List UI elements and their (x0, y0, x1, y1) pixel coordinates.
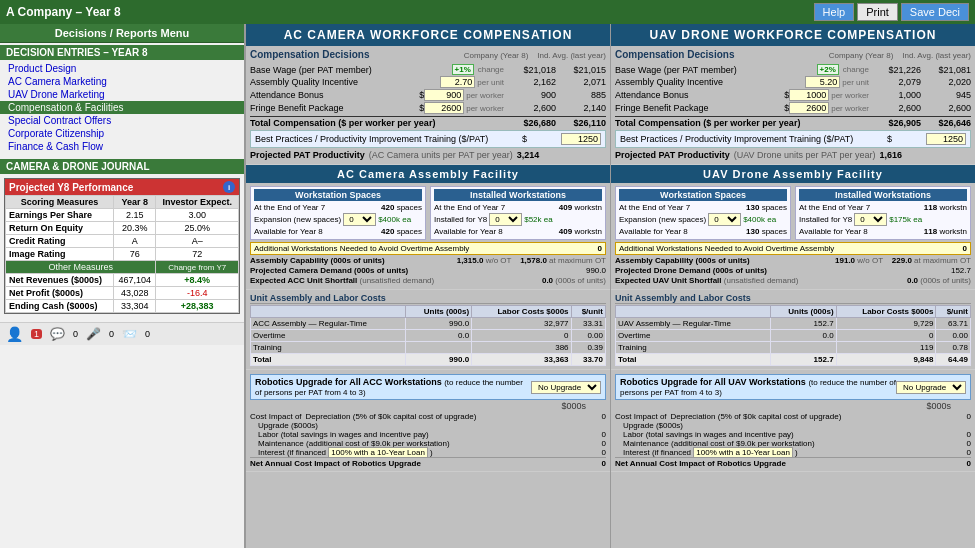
right-robotics-bar: Robotics Upgrade for All UAV Workstation… (615, 374, 971, 400)
right-cost-impact-row: Cost Impact of Depreciation (5% of $0k c… (615, 412, 971, 421)
right-ws-end-value: 130 spaces (746, 203, 787, 212)
right-maintenance-value: 0 (967, 439, 971, 448)
sidebar-item-uav-marketing[interactable]: UAV Drone Marketing (0, 88, 244, 101)
right-best-label: Best Practices / Productivity Improvemen… (620, 134, 853, 144)
right-base-wage-row: Base Wage (per PAT member) +2% change $2… (615, 64, 971, 75)
right-net-cost-row: Net Annual Cost Impact of Robotics Upgra… (615, 457, 971, 468)
left-base-wage-change-btn[interactable]: +1% (452, 64, 474, 75)
image-investor: 72 (156, 248, 239, 261)
right-attendance-input[interactable] (789, 89, 829, 101)
scoring-header: Scoring Measures (6, 196, 114, 209)
right-finance-select[interactable]: 100% with a 10-Year Loan (693, 447, 793, 458)
right-net-cost-value: 0 (967, 459, 971, 468)
left-attendance-ind: 885 (556, 90, 606, 100)
revenue-change: +8.4% (156, 274, 239, 287)
right-attendance-ind: 945 (921, 90, 971, 100)
left-panel-header: AC Camera Workforce Compensation (246, 24, 610, 46)
eps-year: 2.15 (113, 209, 156, 222)
right-cap-wot: 191.0 (835, 256, 855, 265)
left-reg-cost: 32,977 (472, 318, 571, 330)
chat-icon[interactable]: 📨 (122, 327, 137, 341)
right-attendance-label: Attendance Bonus (615, 90, 784, 100)
print-button[interactable]: Print (857, 3, 898, 21)
left-best-input[interactable] (561, 133, 601, 145)
left-avail-wkstn-value: 409 workstn (559, 227, 602, 236)
left-comp-section: Compensation Decisions Company (Year 8) … (246, 46, 610, 165)
left-ws-installed-title: Installed Workstations (434, 189, 602, 201)
right-labor-cost-header: Labor Costs $000s (836, 306, 936, 318)
sidebar-item-special-contracts[interactable]: Special Contract Offers (0, 114, 244, 127)
left-comp-cols: Company (Year 8) Ind. Avg. (last year) (464, 51, 606, 60)
sidebar-item-finance[interactable]: Finance & Cash Flow (0, 140, 244, 153)
eps-investor: 3.00 (156, 209, 239, 222)
right-proj-demand: Projected Drone Demand (000s of units) 1… (615, 266, 971, 275)
left-expansion-select[interactable]: 01020 (343, 213, 376, 226)
left-best-label: Best Practices / Productivity Improvemen… (255, 134, 488, 144)
left-reg-label: ACC Assembly — Regular-Time (251, 318, 406, 330)
left-installed-y7-value: 409 workstn (559, 203, 602, 212)
right-base-wage-change-btn[interactable]: +2% (817, 64, 839, 75)
person-icon[interactable]: 👤 (6, 326, 23, 342)
left-installed-select[interactable]: 0510 (489, 213, 522, 226)
left-finance-select[interactable]: 100% with a 10-Year Loan (328, 447, 428, 458)
sidebar-item-product-design[interactable]: Product Design (0, 62, 244, 75)
right-base-wage-label: Base Wage (per PAT member) (615, 65, 815, 75)
right-fringe-ind: 2,600 (921, 103, 971, 113)
sidebar-item-corporate[interactable]: Corporate Citizenship (0, 127, 244, 140)
left-demand-value: 990.0 (586, 266, 606, 275)
left-total-per: 33.70 (571, 354, 605, 366)
right-robotics-select[interactable]: No Upgrade (896, 381, 966, 394)
left-attendance-label: Attendance Bonus (250, 90, 419, 100)
left-panel: AC Camera Workforce Compensation Compens… (245, 24, 610, 548)
mic-icon[interactable]: 🎤 (86, 327, 101, 341)
left-shortfall-label: Expected ACC Unit Shortfall (250, 276, 357, 285)
left-attendance-value: 900 (506, 90, 556, 100)
right-assembly-ind: 2,020 (921, 77, 971, 87)
right-proj-pat: Projected PAT Productivity (UAV Drone un… (615, 150, 971, 160)
left-training-units (406, 342, 472, 354)
left-cap-maxot: 1,578.0 (520, 256, 547, 265)
left-fringe-input[interactable] (424, 102, 464, 114)
right-total-units: 152.7 (770, 354, 836, 366)
left-best-practices: Best Practices / Productivity Improvemen… (250, 130, 606, 148)
left-cost-impact-row: Cost Impact of Depreciation (5% of $0k c… (250, 412, 606, 421)
bottom-icons: 👤 1 💬 0 🎤 0 📨 0 (0, 322, 244, 345)
right-per-unit-header: $/unit (936, 306, 971, 318)
left-ot-cost: 0 (472, 330, 571, 342)
left-reg-per: 33.31 (571, 318, 605, 330)
help-button[interactable]: Help (814, 3, 855, 21)
right-expansion-select[interactable]: 01020 (708, 213, 741, 226)
right-demand-value: 152.7 (951, 266, 971, 275)
camera-drone-header: CAMERA & DRONE JOURNAL (0, 159, 244, 174)
right-fringe-input[interactable] (789, 102, 829, 114)
left-total-ind: $26,110 (556, 118, 606, 128)
right-fringe-per: per worker (831, 104, 869, 113)
sidebar-item-compensation[interactable]: Compensation & Facilities (0, 101, 244, 114)
right-warning-bar: Additional Workstations Needed to Avoid … (615, 242, 971, 255)
right-best-input[interactable] (926, 133, 966, 145)
left-attendance-input[interactable] (424, 89, 464, 101)
right-installed-select[interactable]: 0510 (854, 213, 887, 226)
left-attendance-per: per worker (466, 91, 504, 100)
right-net-cost-label: Net Annual Cost Impact of Robotics Upgra… (615, 459, 786, 468)
left-robotics-select[interactable]: No Upgrade (531, 381, 601, 394)
right-labor-savings-value: 0 (967, 430, 971, 439)
right-ws-installed: Installed Workstations At the End of Yea… (795, 186, 971, 240)
left-assembly-input[interactable] (440, 76, 475, 88)
info-icon[interactable]: i (223, 181, 235, 193)
badge-0b: 0 (109, 329, 114, 339)
right-panel-header: UAV Drone Workforce Compensation (611, 24, 975, 46)
left-robotics-bar: Robotics Upgrade for All ACC Workstation… (250, 374, 606, 400)
top-buttons: Help Print Save Deci (814, 3, 969, 21)
left-units-header: Units (000s) (406, 306, 472, 318)
left-robotics-section: Robotics Upgrade for All ACC Workstation… (246, 370, 610, 472)
sidebar-item-camera-marketing[interactable]: AC Camera Marketing (0, 75, 244, 88)
left-expansion-label: Expansion (new spaces) (254, 215, 341, 224)
right-attendance-value: 1,000 (871, 90, 921, 100)
right-installed-y8-label: Installed for Y8 (799, 215, 852, 224)
save-button[interactable]: Save Deci (901, 3, 969, 21)
right-ot-label: Overtime (616, 330, 771, 342)
right-assembly-input[interactable] (805, 76, 840, 88)
comment-icon[interactable]: 💬 (50, 327, 65, 341)
left-labor-savings-row: Labor (total savings in wages and incent… (250, 430, 606, 439)
